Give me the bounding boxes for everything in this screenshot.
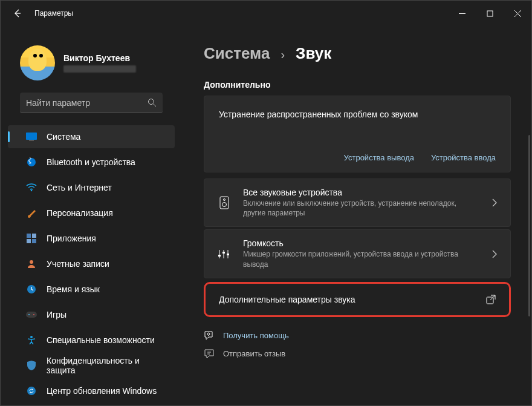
user-block[interactable]: Виктор Бухтеев — [3, 33, 180, 93]
brush-icon — [26, 208, 37, 218]
breadcrumb-parent[interactable]: Система — [204, 44, 270, 63]
accessibility-icon — [26, 335, 37, 345]
chevron-right-icon: › — [281, 48, 285, 62]
arrow-left-icon — [13, 8, 22, 18]
sidebar-item-label: Сеть и Интернет — [47, 183, 112, 192]
sidebar-item-label: Система — [47, 132, 80, 142]
user-texts: Виктор Бухтеев — [63, 53, 136, 73]
volume-mixer-row[interactable]: Громкость Микшер громкости приложений, у… — [204, 229, 511, 278]
footer-links: Получить помощь Отправить отзыв — [204, 326, 525, 359]
breadcrumb: Система › Звук — [204, 44, 525, 63]
gamepad-icon — [26, 309, 37, 320]
footer-link-label: Отправить отзыв — [223, 349, 285, 358]
search-icon — [148, 98, 157, 107]
window-controls — [448, 4, 531, 23]
sidebar-item-label: Время и язык — [47, 284, 100, 294]
sidebar-item-label: Специальные возможности — [47, 335, 155, 345]
svg-point-10 — [30, 260, 33, 264]
wifi-icon — [26, 182, 37, 193]
svg-rect-2 — [26, 133, 37, 140]
svg-point-15 — [30, 336, 33, 338]
svg-point-24 — [207, 333, 210, 335]
row-title: Дополнительные параметры звука — [219, 295, 486, 304]
sidebar-item-network[interactable]: Сеть и Интернет — [8, 176, 175, 199]
input-devices-link[interactable]: Устройства ввода — [431, 153, 496, 162]
avatar — [20, 45, 55, 80]
search-input[interactable] — [26, 98, 148, 108]
close-button[interactable] — [504, 4, 531, 23]
speaker-icon — [218, 196, 231, 209]
svg-rect-9 — [32, 239, 36, 243]
troubleshoot-title: Устранение распространенных проблем со з… — [219, 110, 496, 119]
row-title: Все звуковые устройства — [243, 188, 480, 197]
svg-rect-20 — [218, 255, 221, 257]
footer-link-label: Получить помощь — [223, 331, 289, 340]
svg-point-19 — [222, 203, 227, 207]
sidebar-item-windows-update[interactable]: Центр обновления Windows — [8, 379, 175, 402]
troubleshoot-card: Устранение распространенных проблем со з… — [204, 96, 511, 172]
chevron-right-icon — [492, 250, 497, 258]
sidebar-item-privacy[interactable]: Конфиденциальность и защита — [8, 354, 175, 377]
page-title: Звук — [296, 44, 331, 63]
sidebar-item-personalization[interactable]: Персонализация — [8, 201, 175, 224]
sidebar-item-label: Игры — [47, 310, 66, 319]
search-box[interactable] — [20, 93, 163, 113]
open-external-icon — [486, 295, 496, 304]
sidebar-item-apps[interactable]: Приложения — [8, 227, 175, 250]
svg-rect-22 — [227, 254, 229, 255]
scrollbar[interactable] — [528, 135, 530, 316]
sidebar-item-label: Приложения — [47, 234, 96, 243]
sidebar-item-system[interactable]: Система — [8, 125, 175, 148]
mixer-icon — [218, 247, 231, 261]
sidebar-item-time-language[interactable]: Время и язык — [8, 278, 175, 301]
svg-rect-3 — [29, 140, 34, 141]
sidebar-item-label: Учетные записи — [47, 259, 109, 269]
svg-point-1 — [149, 99, 154, 105]
row-title: Громкость — [243, 238, 480, 248]
minimize-button[interactable] — [448, 4, 476, 23]
help-icon — [204, 330, 215, 341]
get-help-link[interactable]: Получить помощь — [204, 330, 525, 341]
person-icon — [26, 258, 37, 269]
main-panel: Система › Звук Дополнительно Устранение … — [182, 26, 531, 405]
svg-point-13 — [28, 314, 30, 315]
row-subtitle: Включение или выключение устройств, устр… — [243, 198, 480, 218]
maximize-button[interactable] — [476, 4, 504, 23]
maximize-icon — [487, 10, 493, 17]
all-sound-devices-row[interactable]: Все звуковые устройства Включение или вы… — [204, 178, 511, 227]
window-title: Параметры — [34, 9, 73, 18]
content: Виктор Бухтеев Система Bluetooth и устро… — [1, 26, 531, 405]
svg-rect-21 — [222, 252, 225, 254]
clock-icon — [26, 284, 37, 295]
svg-point-4 — [27, 158, 36, 166]
chevron-right-icon — [492, 198, 497, 207]
svg-point-14 — [33, 314, 34, 315]
troubleshoot-links: Устройства вывода Устройства ввода — [219, 153, 496, 162]
svg-rect-8 — [27, 239, 31, 243]
sidebar-item-gaming[interactable]: Игры — [8, 303, 175, 326]
svg-point-16 — [27, 387, 36, 395]
apps-icon — [26, 233, 37, 244]
svg-rect-0 — [487, 11, 493, 16]
sidebar-item-label: Центр обновления Windows — [47, 386, 157, 396]
svg-point-18 — [224, 199, 225, 201]
back-button[interactable] — [9, 5, 26, 22]
settings-window: Параметры Виктор Бухтеев — [0, 0, 532, 406]
nav-list: Система Bluetooth и устройства Сеть и Ин… — [3, 119, 180, 402]
give-feedback-link[interactable]: Отправить отзыв — [204, 349, 525, 359]
titlebar: Параметры — [1, 1, 531, 26]
minimize-icon — [459, 10, 465, 17]
section-heading: Дополнительно — [204, 80, 525, 90]
close-icon — [514, 10, 521, 17]
sidebar-item-bluetooth[interactable]: Bluetooth и устройства — [8, 151, 175, 174]
bluetooth-icon — [26, 157, 37, 168]
shield-icon — [26, 360, 37, 371]
sidebar-item-accessibility[interactable]: Специальные возможности — [8, 329, 175, 352]
feedback-icon — [204, 349, 215, 359]
more-sound-settings-row[interactable]: Дополнительные параметры звука — [204, 282, 511, 317]
user-name: Виктор Бухтеев — [63, 53, 136, 63]
update-icon — [26, 385, 37, 396]
svg-rect-12 — [26, 312, 37, 318]
sidebar-item-accounts[interactable]: Учетные записи — [8, 252, 175, 275]
output-devices-link[interactable]: Устройства вывода — [344, 153, 414, 162]
